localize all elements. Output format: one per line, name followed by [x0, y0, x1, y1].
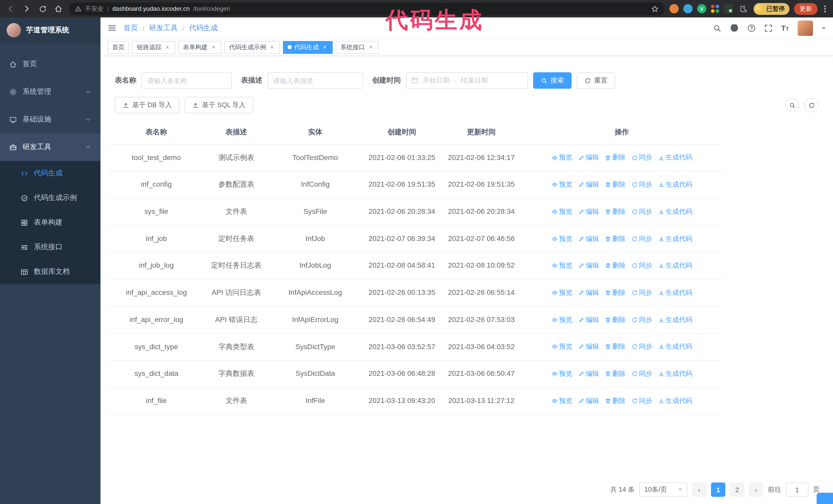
edit-link[interactable]: 编辑	[578, 179, 599, 190]
preview-link[interactable]: 预览	[551, 369, 572, 379]
user-avatar[interactable]	[798, 20, 813, 35]
import-sql-button[interactable]: 基于 SQL 导入	[185, 97, 254, 113]
generate-code-link[interactable]: 生成代码	[658, 207, 692, 217]
goto-page-input[interactable]	[786, 482, 808, 497]
avatar-dropdown-icon[interactable]	[822, 27, 826, 31]
delete-link[interactable]: 删除	[604, 179, 626, 190]
sync-link[interactable]: 同步	[631, 395, 652, 406]
sync-link[interactable]: 同步	[631, 152, 652, 163]
sync-link[interactable]: 同步	[631, 288, 652, 298]
generate-code-link[interactable]: 生成代码	[658, 315, 692, 325]
edit-link[interactable]: 编辑	[578, 207, 599, 217]
back-to-top-button[interactable]	[816, 493, 833, 504]
view-tab[interactable]: 代码生成×	[283, 41, 333, 54]
edit-link[interactable]: 编辑	[578, 261, 599, 271]
sidebar-subitem[interactable]: 代码生成	[0, 161, 100, 186]
sync-link[interactable]: 同步	[631, 179, 652, 190]
page-number-button[interactable]: 2	[730, 482, 744, 497]
profile-paused-badge[interactable]: 已暂停	[754, 3, 789, 15]
toggle-search-icon[interactable]	[785, 98, 799, 112]
page-number-button[interactable]: 1	[711, 482, 725, 497]
sidebar-item[interactable]: 首页	[0, 50, 100, 78]
tab-close-icon[interactable]: ×	[269, 44, 275, 50]
extension-icon-2[interactable]	[683, 4, 693, 13]
sync-link[interactable]: 同步	[631, 261, 652, 271]
sidebar-item[interactable]: 研发工具	[0, 133, 100, 161]
edit-link[interactable]: 编辑	[578, 395, 599, 406]
table-desc-input[interactable]	[268, 72, 363, 89]
back-icon[interactable]	[5, 3, 17, 14]
extension-icon-5[interactable]	[724, 4, 733, 13]
edit-link[interactable]: 编辑	[578, 315, 599, 325]
browser-update-button[interactable]: 更新	[794, 3, 818, 15]
delete-link[interactable]: 删除	[604, 207, 626, 217]
delete-link[interactable]: 删除	[604, 342, 626, 352]
view-tab[interactable]: 首页	[108, 41, 129, 54]
tab-close-icon[interactable]: ×	[210, 44, 217, 50]
view-tab[interactable]: 表单构建×	[178, 41, 221, 54]
edit-link[interactable]: 编辑	[578, 234, 599, 244]
delete-link[interactable]: 删除	[604, 288, 626, 298]
edit-link[interactable]: 编辑	[578, 288, 599, 298]
search-button[interactable]: 搜索	[533, 72, 572, 89]
edit-link[interactable]: 编辑	[578, 152, 599, 163]
hamburger-icon[interactable]	[108, 24, 116, 32]
view-tab[interactable]: 代码生成示例×	[224, 41, 280, 54]
browser-menu-icon[interactable]	[824, 8, 826, 9]
generate-code-link[interactable]: 生成代码	[658, 179, 692, 190]
sync-link[interactable]: 同步	[631, 315, 652, 325]
edit-link[interactable]: 编辑	[578, 342, 599, 352]
generate-code-link[interactable]: 生成代码	[658, 288, 692, 298]
tab-close-icon[interactable]: ×	[322, 44, 328, 50]
preview-link[interactable]: 预览	[551, 315, 572, 325]
preview-link[interactable]: 预览	[551, 288, 572, 298]
delete-link[interactable]: 删除	[604, 152, 626, 163]
sync-link[interactable]: 同步	[631, 207, 652, 217]
generate-code-link[interactable]: 生成代码	[658, 395, 692, 406]
generate-code-link[interactable]: 生成代码	[658, 369, 692, 379]
page-size-select[interactable]: 10条/页	[639, 482, 687, 497]
breadcrumb-item[interactable]: 研发工具	[149, 23, 178, 32]
sync-link[interactable]: 同步	[631, 342, 652, 352]
search-icon[interactable]	[713, 24, 721, 32]
view-tab[interactable]: 链路追踪×	[132, 41, 175, 54]
prev-page-button[interactable]: ‹	[692, 482, 706, 497]
app-logo[interactable]: 芋道管理系统	[0, 18, 100, 43]
reset-button[interactable]: 重置	[577, 72, 615, 89]
sidebar-subitem[interactable]: 系统接口	[0, 235, 100, 259]
preview-link[interactable]: 预览	[551, 179, 572, 190]
extension-icon-1[interactable]	[669, 4, 679, 13]
tab-close-icon[interactable]: ×	[164, 44, 171, 50]
view-tab[interactable]: 系统接口×	[336, 41, 379, 54]
edit-link[interactable]: 编辑	[578, 369, 599, 379]
reload-icon[interactable]	[37, 3, 48, 14]
preview-link[interactable]: 预览	[551, 234, 572, 244]
date-range-picker[interactable]: 开始日期 - 结束日期	[406, 72, 528, 89]
preview-link[interactable]: 预览	[551, 207, 572, 217]
forward-icon[interactable]	[21, 3, 32, 14]
font-size-icon[interactable]: TT	[781, 24, 789, 32]
sync-link[interactable]: 同步	[631, 369, 652, 379]
breadcrumb-item[interactable]: 首页	[123, 23, 138, 32]
delete-link[interactable]: 删除	[604, 261, 626, 271]
preview-link[interactable]: 预览	[551, 395, 572, 406]
delete-link[interactable]: 删除	[604, 395, 626, 406]
refresh-table-icon[interactable]	[804, 98, 819, 112]
preview-link[interactable]: 预览	[551, 342, 572, 352]
puzzle-extensions-icon[interactable]	[738, 3, 749, 14]
address-bar[interactable]: 不安全 | dashboard.yudao.iocoder.cn /tool/c…	[69, 2, 665, 15]
preview-link[interactable]: 预览	[551, 152, 572, 163]
tab-close-icon[interactable]: ×	[367, 44, 374, 50]
generate-code-link[interactable]: 生成代码	[658, 152, 692, 163]
sidebar-item[interactable]: 系统管理	[0, 78, 100, 105]
generate-code-link[interactable]: 生成代码	[658, 261, 692, 271]
extension-icon-4[interactable]	[711, 5, 719, 13]
import-db-button[interactable]: 基于 DB 导入	[115, 97, 180, 113]
sync-link[interactable]: 同步	[631, 234, 652, 244]
sidebar-subitem[interactable]: 表单构建	[0, 210, 100, 235]
home-icon[interactable]	[53, 3, 64, 14]
next-page-button[interactable]: ›	[749, 482, 763, 497]
sidebar-subitem[interactable]: 数据库文档	[0, 259, 100, 284]
delete-link[interactable]: 删除	[604, 369, 626, 379]
table-name-input[interactable]	[142, 72, 232, 89]
